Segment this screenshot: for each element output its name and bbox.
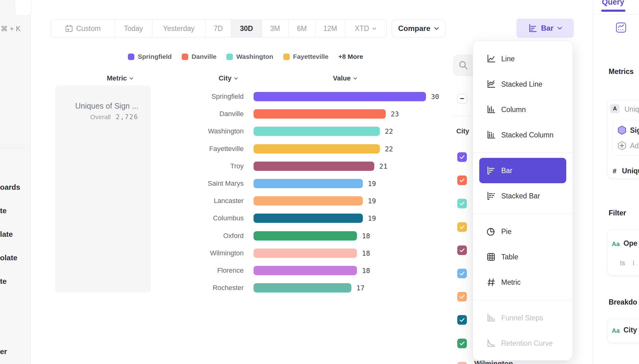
event-name[interactable]: Sig [630, 126, 639, 135]
menu-item-label: Stacked Column [501, 131, 554, 139]
breakdown-item-checkbox[interactable] [457, 315, 467, 325]
bar-category-label: Florence [161, 266, 244, 275]
bar-category-label: Springfield [161, 93, 244, 101]
sidebar-search-card-corner [15, 0, 31, 15]
add-label[interactable]: Ad [630, 142, 639, 150]
select-all-checkbox[interactable] [457, 94, 467, 104]
bar[interactable] [254, 179, 363, 188]
bar[interactable] [254, 196, 363, 206]
date-range-today[interactable]: Today [115, 20, 152, 37]
menu-item-column[interactable]: Column [479, 97, 566, 122]
date-range-label: XTD [355, 24, 369, 33]
aggregation-symbol-icon: # [613, 167, 616, 175]
breakdown-item-checkbox[interactable] [457, 269, 467, 278]
sidebar-dotted-divider [0, 148, 24, 148]
compare-button[interactable]: Compare [392, 20, 446, 37]
menu-item-retention-curve: Retention Curve [479, 331, 566, 356]
bar[interactable] [254, 109, 386, 119]
legend-item[interactable]: Fayetteville [283, 53, 328, 60]
date-range-7d[interactable]: 7D [206, 20, 231, 37]
bar-value-label: 17 [356, 284, 365, 292]
menu-item-stacked-line[interactable]: Stacked Line [479, 72, 566, 97]
menu-item-metric[interactable]: Metric [479, 270, 566, 295]
bar-row: Columbus19 [161, 214, 376, 223]
bar-category-label: Wilmington [161, 249, 244, 257]
bar[interactable] [254, 231, 357, 240]
bar[interactable] [254, 92, 426, 101]
bar[interactable] [254, 144, 380, 154]
column-header-value[interactable]: Value [316, 74, 374, 82]
legend-more-button[interactable]: +8 More [338, 53, 363, 60]
date-range-label: 3M [270, 24, 280, 33]
chevron-down-icon [557, 27, 562, 30]
legend-swatch [283, 54, 290, 60]
aggregation-label[interactable]: Uniqu [622, 167, 639, 175]
sidebar-item[interactable]: late [0, 230, 25, 239]
menu-item-line[interactable]: Line [479, 46, 566, 72]
breakdown-item-checkbox[interactable] [457, 362, 467, 364]
bar-row: Rochester17 [161, 283, 365, 292]
legend-item[interactable]: Washington [226, 53, 273, 60]
sidebar-item[interactable]: oards [0, 183, 25, 192]
date-range-xtd[interactable]: XTD [345, 20, 386, 37]
bar[interactable] [254, 266, 357, 275]
bar[interactable] [254, 214, 363, 223]
app-screen: ⌘ + K oardstelateolateteer CustomTodayYe… [0, 0, 639, 364]
checkmark-icon [459, 178, 465, 182]
menu-item-stacked-column[interactable]: Stacked Column [479, 122, 566, 148]
bar-chart-icon [528, 24, 537, 33]
breakdown-item-checkbox[interactable] [457, 176, 467, 185]
filter-property[interactable]: Ope [624, 239, 637, 248]
legend-label: Fayetteville [293, 53, 328, 60]
bar-value-label: 18 [362, 249, 370, 257]
sidebar-item[interactable]: er [0, 347, 25, 357]
stacked-line-chart-icon [486, 80, 496, 89]
menu-item-pie[interactable]: Pie [479, 219, 566, 244]
date-range-6m[interactable]: 6M [289, 20, 315, 37]
date-range-label: Custom [76, 24, 101, 33]
date-range-yesterday[interactable]: Yesterday [152, 20, 206, 37]
bar[interactable] [254, 249, 357, 258]
column-header-metric[interactable]: Metric [107, 74, 133, 82]
bar-category-label: Oxford [161, 232, 244, 240]
breakdown-heading: Breakdo [609, 298, 637, 306]
breakdown-item-checkbox[interactable] [457, 245, 467, 255]
date-range-custom[interactable]: Custom [51, 20, 115, 37]
filter-value[interactable]: i [633, 259, 634, 267]
breakdown-item-checkbox[interactable] [457, 339, 467, 348]
breakdown-item-checkbox[interactable] [457, 292, 467, 301]
menu-item-stacked-bar[interactable]: Stacked Bar [479, 183, 566, 209]
filter-operator[interactable]: Is [620, 259, 625, 267]
date-range-3m[interactable]: 3M [262, 20, 289, 37]
column-header-city[interactable]: City [200, 74, 257, 82]
sidebar-item[interactable]: te [0, 206, 25, 216]
legend-swatch [226, 54, 233, 60]
metric-row-label: Uniq [624, 105, 639, 114]
indeterminate-dash [460, 98, 464, 99]
sidebar-item[interactable]: olate [0, 254, 25, 263]
legend-item[interactable]: Danville [182, 53, 217, 60]
menu-item-table[interactable]: Table [479, 244, 566, 270]
date-range-label: Yesterday [163, 24, 194, 33]
bar[interactable] [254, 283, 351, 292]
breakdown-item-checkbox[interactable] [457, 199, 467, 208]
chart-type-button[interactable]: Bar [516, 19, 574, 38]
bar-row: Wilmington18 [161, 249, 370, 258]
add-event-icon[interactable] [618, 141, 626, 150]
date-range-12m[interactable]: 12M [315, 20, 345, 37]
funnel-steps-icon [486, 313, 496, 323]
bar[interactable] [254, 162, 374, 171]
breakdown-item-checkbox[interactable] [457, 222, 467, 232]
date-range-30d[interactable]: 30D [231, 20, 262, 37]
breakdown-item-checkbox[interactable] [457, 152, 467, 162]
metric-summary-card[interactable]: Uniques of Sign ... Overall 2,726 [55, 85, 151, 292]
sidebar-item[interactable]: te [0, 277, 25, 286]
checkmark-icon [459, 295, 465, 299]
legend-item[interactable]: Springfield [128, 53, 172, 60]
bar-category-label: Saint Marys [161, 180, 244, 188]
bar[interactable] [254, 127, 380, 136]
tab-query[interactable]: Query [602, 0, 624, 6]
menu-item-bar[interactable]: Bar [479, 158, 566, 183]
breakdown-property[interactable]: City [624, 326, 637, 334]
line-chart-icon [486, 54, 496, 63]
